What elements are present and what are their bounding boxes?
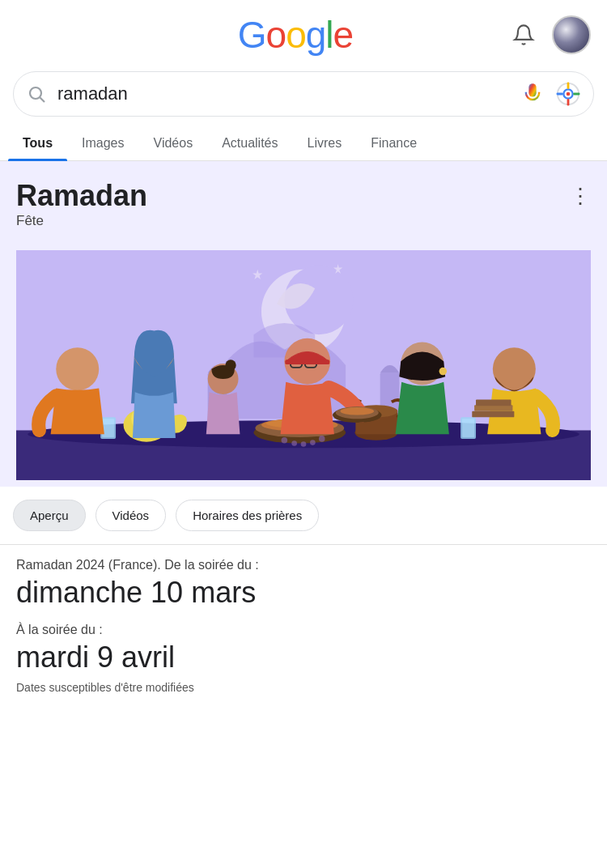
- end-date: mardi 9 avril: [16, 640, 591, 674]
- svg-line-1: [40, 98, 45, 103]
- tab-livres[interactable]: Livres: [293, 126, 357, 160]
- ramadan-intro: Ramadan 2024 (France). De la soirée du :: [16, 558, 591, 572]
- kp-subtitle: Fête: [16, 213, 147, 229]
- subtab-videos[interactable]: Vidéos: [96, 500, 167, 531]
- kp-header: Ramadan Fête ⋮: [16, 179, 591, 240]
- svg-point-35: [291, 440, 297, 446]
- avatar[interactable]: [552, 15, 591, 54]
- subtab-apercu[interactable]: Aperçu: [13, 500, 86, 531]
- svg-point-42: [225, 360, 236, 370]
- svg-point-52: [439, 368, 447, 375]
- search-bar-container: ramadan: [0, 65, 607, 126]
- svg-point-0: [30, 87, 41, 99]
- more-options-icon[interactable]: ⋮: [570, 184, 591, 209]
- svg-point-39: [56, 347, 99, 390]
- svg-rect-47: [285, 360, 329, 364]
- svg-point-34: [282, 437, 288, 444]
- app-header: Google: [0, 0, 607, 65]
- logo-g: G: [238, 13, 266, 57]
- svg-rect-55: [474, 405, 512, 411]
- svg-point-36: [301, 441, 307, 447]
- svg-point-37: [310, 440, 316, 445]
- sub-tabs: Aperçu Vidéos Horaires des prières: [0, 487, 607, 544]
- ramadan-illustration: [16, 244, 591, 487]
- subtab-horaires[interactable]: Horaires des prières: [176, 500, 319, 531]
- svg-rect-30: [462, 419, 474, 437]
- knowledge-panel: Ramadan Fête ⋮: [0, 161, 607, 487]
- kp-title: Ramadan: [16, 179, 147, 213]
- svg-point-50: [340, 407, 374, 415]
- logo-o2: o: [286, 13, 306, 57]
- google-lens-icon[interactable]: [556, 82, 580, 106]
- logo-g2: g: [306, 13, 326, 57]
- tab-finance[interactable]: Finance: [356, 126, 431, 160]
- tab-videos[interactable]: Vidéos: [139, 126, 208, 160]
- date-note: Dates susceptibles d'être modifiées: [16, 681, 591, 694]
- svg-point-38: [319, 436, 325, 442]
- notification-bell-icon[interactable]: [510, 21, 537, 49]
- search-bar[interactable]: ramadan: [13, 71, 594, 117]
- page-title: Ramadan Fête: [16, 179, 147, 240]
- tab-images[interactable]: Images: [67, 126, 138, 160]
- svg-rect-54: [472, 411, 514, 418]
- google-logo: Google: [238, 13, 353, 57]
- logo-e: e: [333, 13, 354, 57]
- svg-point-53: [493, 347, 536, 390]
- header-icons: [510, 15, 591, 54]
- start-date: dimanche 10 mars: [16, 576, 591, 610]
- tab-actualites[interactable]: Actualités: [207, 126, 292, 160]
- nav-tabs: Tous Images Vidéos Actualités Livres Fin…: [0, 126, 607, 161]
- search-input[interactable]: ramadan: [57, 83, 509, 104]
- date-info-section: Ramadan 2024 (France). De la soirée du :…: [0, 545, 607, 710]
- svg-point-6: [567, 92, 571, 96]
- microphone-icon[interactable]: [520, 82, 545, 106]
- end-label: À la soirée du :: [16, 623, 591, 637]
- svg-rect-28: [102, 419, 114, 437]
- tab-tous[interactable]: Tous: [8, 126, 67, 160]
- logo-l: l: [325, 13, 333, 57]
- search-icon: [27, 84, 46, 104]
- svg-rect-56: [476, 400, 511, 406]
- logo-o1: o: [266, 13, 287, 57]
